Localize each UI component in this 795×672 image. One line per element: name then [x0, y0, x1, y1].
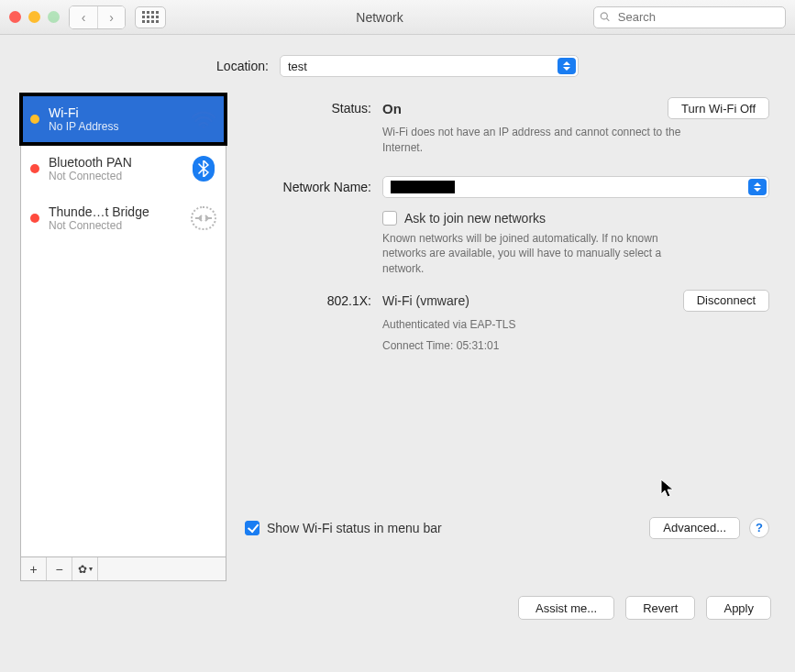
- show-all-prefs-button[interactable]: [135, 6, 166, 28]
- show-menubar-checkbox[interactable]: [245, 521, 259, 535]
- status-dot-icon: [30, 214, 39, 223]
- sidebar-spacer: [98, 557, 226, 580]
- connection-actions-button[interactable]: ✿▾: [72, 557, 98, 580]
- search-icon: [600, 11, 611, 23]
- svg-point-0: [202, 126, 204, 128]
- status-dot-icon: [30, 115, 39, 124]
- grid-icon: [142, 11, 159, 23]
- sidebar-item-thunderbolt-bridge[interactable]: Thunde…t Bridge Not Connected: [21, 193, 226, 243]
- conn-name: Thunde…t Bridge: [49, 204, 182, 219]
- conn-sub: Not Connected: [49, 219, 182, 232]
- dot1x-value: Wi-Fi (vmware): [382, 293, 469, 308]
- network-name-select[interactable]: [382, 176, 769, 198]
- add-connection-button[interactable]: +: [21, 557, 47, 580]
- search-field[interactable]: [593, 6, 786, 28]
- back-button[interactable]: ‹: [70, 6, 97, 28]
- sidebar-item-bluetooth-pan[interactable]: Bluetooth PAN Not Connected: [21, 144, 226, 193]
- status-dot-icon: [30, 164, 39, 173]
- advanced-button[interactable]: Advanced...: [649, 517, 740, 539]
- nav-buttons: ‹ ›: [69, 6, 126, 29]
- connections-sidebar: Wi-Fi No IP Address Bluetooth PAN Not Co…: [20, 94, 226, 581]
- revert-button[interactable]: Revert: [625, 596, 695, 620]
- ask-to-join-checkbox[interactable]: [382, 211, 397, 226]
- assist-me-button[interactable]: Assist me...: [518, 596, 614, 620]
- close-window-button[interactable]: [9, 11, 21, 23]
- connections-list: Wi-Fi No IP Address Bluetooth PAN Not Co…: [20, 94, 226, 557]
- network-name-value-redacted: [391, 181, 455, 193]
- location-label: Location:: [216, 59, 269, 73]
- location-value: test: [288, 60, 307, 73]
- titlebar: ‹ › Network: [0, 0, 795, 35]
- window-title: Network: [175, 10, 584, 25]
- window-controls: [9, 11, 60, 23]
- remove-connection-button[interactable]: −: [47, 557, 72, 580]
- location-select[interactable]: test: [280, 55, 579, 77]
- help-button[interactable]: ?: [749, 518, 769, 538]
- window-footer: Assist me... Revert Apply: [0, 581, 795, 620]
- chevron-down-icon: ▾: [89, 565, 93, 573]
- turn-wifi-off-button[interactable]: Turn Wi-Fi Off: [668, 97, 769, 119]
- show-menubar-label: Show Wi-Fi status in menu bar: [267, 521, 442, 535]
- status-label: Status:: [245, 97, 382, 116]
- gear-icon: ✿: [78, 563, 87, 576]
- minimize-window-button[interactable]: [28, 11, 40, 23]
- sidebar-item-wifi[interactable]: Wi-Fi No IP Address: [21, 94, 226, 144]
- select-arrows-icon: [558, 58, 576, 74]
- dot1x-auth: Authenticated via EAP-TLS: [382, 317, 769, 333]
- status-description: Wi-Fi does not have an IP address and ca…: [382, 125, 694, 156]
- conn-name: Bluetooth PAN: [49, 155, 182, 170]
- thunderbolt-bridge-icon: [191, 205, 216, 231]
- ask-to-join-label: Ask to join new networks: [404, 211, 546, 226]
- bluetooth-icon: [191, 156, 216, 182]
- detail-pane: Status: On Turn Wi-Fi Off Wi-Fi does not…: [245, 94, 775, 581]
- conn-name: Wi-Fi: [49, 105, 182, 120]
- zoom-window-button[interactable]: [48, 11, 60, 23]
- network-name-label: Network Name:: [245, 176, 382, 194]
- apply-button[interactable]: Apply: [706, 596, 771, 620]
- status-value: On: [382, 101, 402, 116]
- forward-button[interactable]: ›: [97, 6, 125, 28]
- location-row: Location: test: [0, 35, 795, 86]
- select-arrows-icon: [748, 179, 767, 195]
- wifi-icon: [191, 106, 216, 132]
- search-input[interactable]: [616, 9, 779, 25]
- conn-sub: Not Connected: [49, 170, 182, 182]
- dot1x-label: 802.1X:: [245, 290, 382, 308]
- disconnect-button[interactable]: Disconnect: [683, 290, 769, 312]
- conn-sub: No IP Address: [49, 120, 182, 133]
- ask-to-join-description: Known networks will be joined automatica…: [382, 231, 694, 277]
- dot1x-connect-time: Connect Time: 05:31:01: [382, 338, 769, 354]
